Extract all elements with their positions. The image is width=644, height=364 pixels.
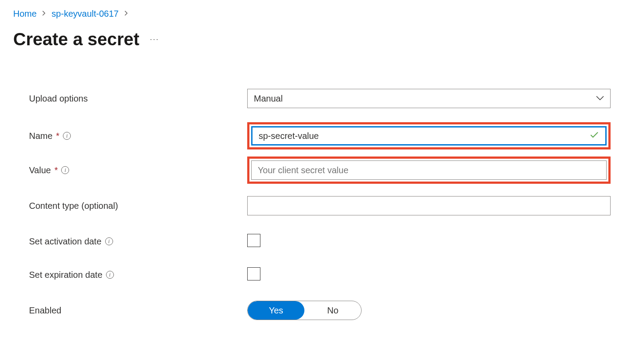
more-icon[interactable]: ··· (150, 35, 159, 44)
name-highlight (247, 122, 611, 149)
name-input[interactable] (251, 126, 607, 146)
breadcrumb: Home sp-keyvault-0617 (13, 9, 631, 19)
content-type-input[interactable] (247, 196, 611, 215)
required-star-icon: * (55, 165, 58, 175)
field-content-type: Content type (optional) (13, 196, 631, 215)
field-enabled: Enabled Yes No (13, 301, 631, 320)
field-upload-options: Upload options Manual (13, 89, 631, 108)
enabled-yes-button[interactable]: Yes (248, 301, 304, 320)
upload-options-select[interactable]: Manual (247, 89, 611, 108)
breadcrumb-vault-link[interactable]: sp-keyvault-0617 (51, 9, 118, 19)
activation-date-label: Set activation date i (29, 237, 247, 247)
enabled-toggle: Yes No (247, 301, 362, 320)
value-input[interactable] (251, 160, 607, 180)
activation-date-checkbox[interactable] (247, 234, 260, 247)
content-type-label: Content type (optional) (29, 201, 247, 211)
required-star-icon: * (56, 131, 59, 141)
expiration-date-label: Set expiration date i (29, 270, 247, 280)
field-activation-date: Set activation date i (13, 234, 631, 249)
info-icon[interactable]: i (61, 166, 69, 174)
breadcrumb-home-link[interactable]: Home (13, 9, 37, 19)
upload-options-label: Upload options (29, 94, 247, 104)
name-label: Name * i (29, 131, 247, 141)
info-icon[interactable]: i (106, 271, 114, 279)
enabled-no-button[interactable]: No (304, 301, 361, 320)
chevron-right-icon (42, 10, 46, 18)
info-icon[interactable]: i (63, 132, 71, 140)
page-header: Create a secret ··· (13, 29, 631, 49)
info-icon[interactable]: i (105, 237, 113, 245)
expiration-date-checkbox[interactable] (247, 267, 260, 280)
field-value: Value * i (13, 157, 631, 184)
field-expiration-date: Set expiration date i (13, 267, 631, 282)
field-name: Name * i (13, 122, 631, 149)
chevron-right-icon (124, 10, 128, 18)
value-label: Value * i (29, 165, 247, 175)
page-title: Create a secret (13, 29, 139, 49)
enabled-label: Enabled (29, 306, 247, 316)
value-highlight (247, 157, 611, 184)
